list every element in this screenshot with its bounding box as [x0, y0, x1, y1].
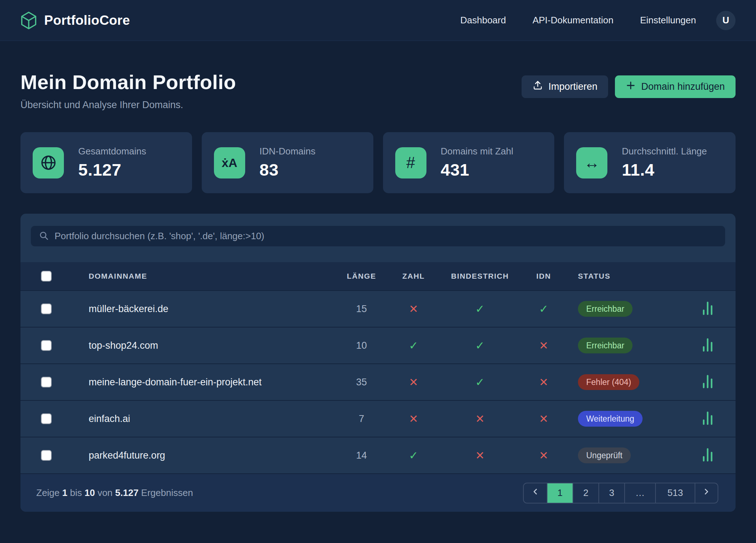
stat-card-idn-domains: ẋA IDN-Domains 83 [202, 132, 373, 193]
box-logo-icon [20, 11, 37, 29]
user-avatar[interactable]: U [716, 11, 736, 30]
column-header-bindestrich[interactable]: BINDESTRICH [444, 272, 516, 280]
nav-api-docs[interactable]: API-Dokumentation [532, 15, 613, 26]
summary-from: 1 [62, 487, 67, 498]
stat-label: IDN-Domains [260, 146, 316, 157]
analytics-cell [690, 410, 736, 427]
row-checkbox[interactable] [41, 340, 52, 351]
page-title: Mein Domain Portfolio [20, 70, 236, 94]
stat-value: 5.127 [78, 160, 146, 180]
row-checkbox[interactable] [41, 377, 52, 387]
results-summary: Zeige 1 bis 10 von 5.127 Ergebnissen [36, 487, 193, 498]
column-header-zahl[interactable]: ZAHL [383, 272, 444, 280]
nav-dashboard[interactable]: Dashboard [460, 15, 506, 26]
table-row: parked4future.org 14 ✓ ✕ ✕ Ungeprüft [20, 437, 736, 473]
main-nav: Dashboard API-Dokumentation Einstellunge… [460, 15, 696, 26]
page-number-513[interactable]: 513 [655, 483, 695, 503]
analytics-cell [690, 300, 736, 317]
domain-length: 14 [340, 450, 383, 461]
hash-icon: # [395, 147, 426, 178]
bindestrich-mark: ✕ [444, 412, 516, 426]
zahl-mark: ✓ [383, 449, 444, 462]
nav-settings[interactable]: Einstellungen [640, 15, 696, 26]
column-header-idn[interactable]: IDN [516, 272, 571, 280]
stat-card-domains-with-number: # Domains mit Zahl 431 [383, 132, 555, 193]
upload-icon [532, 80, 543, 93]
bar-chart-icon[interactable] [702, 410, 714, 427]
arrows-glyph: ↔ [584, 155, 600, 171]
domain-length: 10 [340, 340, 383, 351]
status-badge: Erreichbar [578, 301, 633, 317]
row-checkbox[interactable] [41, 450, 52, 461]
select-all-checkbox[interactable] [41, 271, 52, 282]
stat-text: Domains mit Zahl 431 [441, 146, 513, 180]
search-icon [39, 231, 49, 242]
column-header-domainname[interactable]: DOMAINNAME [89, 272, 340, 280]
domain-name: müller-bäckerei.de [89, 303, 340, 315]
domain-table-panel: DOMAINNAME LÄNGE ZAHL BINDESTRICH IDN ST… [20, 214, 736, 512]
zahl-mark: ✕ [383, 302, 444, 316]
bar-chart-icon[interactable] [702, 300, 714, 317]
row-checkbox[interactable] [41, 413, 52, 424]
stat-value: 11.4 [622, 160, 707, 180]
bar-chart-icon[interactable] [702, 373, 714, 391]
page-header: Mein Domain Portfolio Übersicht und Anal… [20, 70, 736, 111]
stat-cards: Gesamtdomains 5.127 ẋA IDN-Domains 83 # … [20, 132, 736, 193]
bindestrich-mark: ✕ [444, 449, 516, 462]
import-button[interactable]: Importieren [522, 75, 608, 98]
search-input[interactable] [55, 231, 717, 242]
summary-to: 10 [84, 487, 95, 498]
stat-text: IDN-Domains 83 [260, 146, 316, 180]
stat-label: Durchschnittl. Länge [622, 146, 707, 157]
chevron-left-icon [531, 487, 540, 499]
status-cell: Fehler (404) [571, 374, 690, 390]
hash-glyph: # [406, 155, 415, 171]
bar-chart-icon[interactable] [702, 447, 714, 464]
column-header-laenge[interactable]: LÄNGE [340, 272, 383, 280]
row-checkbox[interactable] [41, 303, 52, 314]
bindestrich-mark: ✓ [444, 376, 516, 389]
idn-mark: ✕ [516, 449, 571, 462]
brand-name: PortfolioCore [44, 13, 130, 28]
domain-length: 15 [340, 303, 383, 315]
search-box[interactable] [31, 226, 725, 246]
idn-mark: ✕ [516, 376, 571, 389]
analytics-cell [690, 447, 736, 464]
analytics-cell [690, 373, 736, 391]
page-number-2[interactable]: 2 [573, 483, 598, 503]
add-domain-button[interactable]: Domain hinzufügen [615, 75, 736, 98]
page-number-1[interactable]: 1 [547, 483, 573, 503]
domain-length: 35 [340, 377, 383, 388]
main-content: Mein Domain Portfolio Übersicht und Anal… [0, 70, 756, 512]
width-icon: ↔ [576, 147, 607, 178]
status-cell: Erreichbar [571, 338, 690, 353]
stat-text: Durchschnittl. Länge 11.4 [622, 146, 707, 180]
zahl-mark: ✕ [383, 376, 444, 389]
domain-length: 7 [340, 413, 383, 424]
top-navigation-bar: PortfolioCore Dashboard API-Dokumentatio… [0, 0, 756, 41]
prev-page-button[interactable] [524, 483, 547, 503]
page-ellipsis: … [624, 483, 655, 503]
domain-name: parked4future.org [89, 450, 340, 461]
idn-mark: ✕ [516, 339, 571, 352]
page-subtitle: Übersicht und Analyse Ihrer Domains. [20, 99, 236, 111]
globe-icon [33, 147, 64, 178]
status-cell: Erreichbar [571, 301, 690, 317]
table-row: müller-bäckerei.de 15 ✕ ✓ ✓ Erreichbar [20, 290, 736, 327]
next-page-button[interactable] [695, 483, 718, 503]
stat-text: Gesamtdomains 5.127 [78, 146, 146, 180]
bar-chart-icon[interactable] [702, 337, 714, 354]
add-domain-button-label: Domain hinzufügen [641, 81, 725, 92]
summary-text: Ergebnissen [141, 487, 193, 498]
domain-name: top-shop24.com [89, 340, 340, 351]
column-header-status[interactable]: STATUS [571, 272, 690, 280]
status-badge: Fehler (404) [578, 374, 639, 390]
table-header-row: DOMAINNAME LÄNGE ZAHL BINDESTRICH IDN ST… [20, 262, 736, 290]
analytics-cell [690, 337, 736, 354]
page-number-3[interactable]: 3 [598, 483, 624, 503]
summary-text: bis [70, 487, 82, 498]
summary-text: von [98, 487, 113, 498]
domain-name: einfach.ai [89, 413, 340, 424]
status-cell: Ungeprüft [571, 447, 690, 463]
table-row: meine-lange-domain-fuer-ein-projekt.net … [20, 363, 736, 400]
